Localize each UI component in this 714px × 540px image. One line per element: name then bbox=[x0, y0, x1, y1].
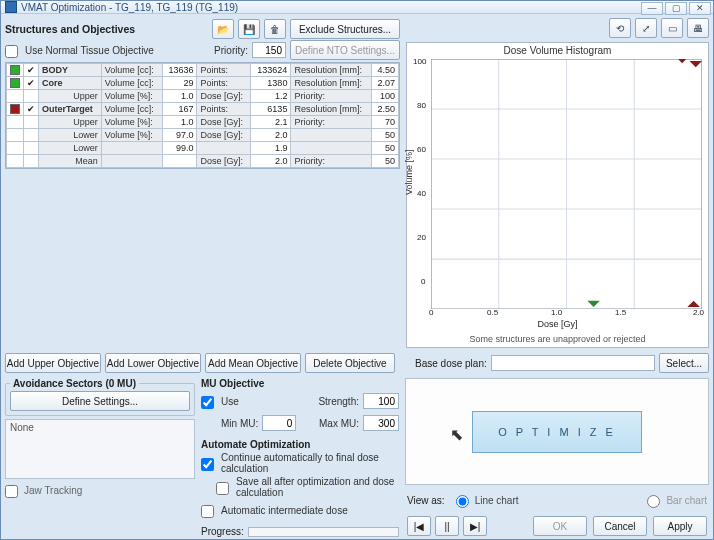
window-title: VMAT Optimization - TG_119, TG_119 (TG_1… bbox=[21, 2, 238, 13]
outer-lower-marker-2 bbox=[676, 59, 689, 63]
progress-label: Progress: bbox=[201, 526, 244, 537]
tool-window-icon[interactable]: ▭ bbox=[661, 18, 683, 38]
define-settings-button[interactable]: Define Settings... bbox=[10, 391, 190, 411]
priority-label: Priority: bbox=[214, 45, 248, 56]
auto-intermediate-checkbox[interactable] bbox=[201, 505, 214, 518]
open-icon[interactable]: 📂 bbox=[212, 19, 234, 39]
app-window: VMAT Optimization - TG_119, TG_119 (TG_1… bbox=[0, 0, 714, 540]
structures-title: Structures and Objectives bbox=[5, 23, 208, 35]
mu-max-input[interactable] bbox=[363, 415, 399, 431]
view-as-label: View as: bbox=[407, 495, 445, 506]
core-upper-marker bbox=[587, 301, 600, 307]
nto-priority-input[interactable] bbox=[252, 42, 286, 58]
close-button[interactable]: ✕ bbox=[689, 2, 711, 15]
delete-icon[interactable]: 🗑 bbox=[264, 19, 286, 39]
table-row: Lower Volume [%]:97.0 Dose [Gy]:2.0 50 bbox=[7, 129, 399, 142]
auto-save-checkbox[interactable] bbox=[216, 482, 229, 495]
chart-plot bbox=[431, 59, 702, 309]
define-nto-button[interactable]: Define NTO Settings... bbox=[290, 40, 400, 60]
exclude-structures-button[interactable]: Exclude Structures... bbox=[290, 19, 400, 39]
chart-footer: Some structures are unapproved or reject… bbox=[407, 334, 708, 344]
table-row: ✔ BODY Volume [cc]:13636 Points:133624 R… bbox=[7, 64, 399, 77]
minimize-button[interactable]: — bbox=[641, 2, 663, 15]
add-upper-button[interactable]: Add Upper Objective bbox=[5, 353, 101, 373]
table-row: Upper Volume [%]:1.0 Dose [Gy]:2.1 Prior… bbox=[7, 116, 399, 129]
window-controls: — ▢ ✕ bbox=[641, 2, 711, 15]
avoidance-title: Avoidance Sectors (0 MU) bbox=[10, 378, 139, 389]
table-row: Lower 99.0 1.9 50 bbox=[7, 142, 399, 155]
maximize-button[interactable]: ▢ bbox=[665, 2, 687, 15]
table-row: Upper Volume [%]:1.0 Dose [Gy]:1.2 Prior… bbox=[7, 90, 399, 103]
line-chart-radio[interactable] bbox=[456, 495, 469, 508]
title-bar: VMAT Optimization - TG_119, TG_119 (TG_1… bbox=[1, 1, 713, 14]
mu-strength-input[interactable] bbox=[363, 393, 399, 409]
avoidance-none: None bbox=[5, 419, 195, 479]
base-dose-input[interactable] bbox=[491, 355, 655, 371]
outer-lower-marker-1 bbox=[689, 61, 702, 67]
forward-button[interactable]: ▶| bbox=[463, 516, 487, 536]
outer-upper-marker bbox=[687, 301, 700, 307]
chart-xlabel: Dose [Gy] bbox=[407, 319, 708, 329]
base-dose-select-button[interactable]: Select... bbox=[659, 353, 709, 373]
app-icon bbox=[5, 1, 17, 13]
mu-title: MU Objective bbox=[201, 378, 399, 389]
table-row: ✔ OuterTarget Volume [cc]:167 Points:613… bbox=[7, 103, 399, 116]
chart-ylabel: Volume [%] bbox=[404, 149, 414, 195]
apply-button[interactable]: Apply bbox=[653, 516, 707, 536]
mu-min-input[interactable] bbox=[262, 415, 296, 431]
pause-button[interactable]: || bbox=[435, 516, 459, 536]
objectives-table: ✔ BODY Volume [cc]:13636 Points:133624 R… bbox=[5, 62, 400, 169]
progress-bar bbox=[248, 527, 399, 537]
cursor-icon: ⬉ bbox=[450, 425, 463, 444]
table-row: Mean Dose [Gy]:2.0 Priority:50 bbox=[7, 155, 399, 168]
jaw-tracking-checkbox[interactable] bbox=[5, 485, 18, 498]
add-lower-button[interactable]: Add Lower Objective bbox=[105, 353, 201, 373]
optimize-panel: O P T I M I Z E ⬉ bbox=[405, 378, 709, 485]
ok-button[interactable]: OK bbox=[533, 516, 587, 536]
tool-expand-icon[interactable]: ⤢ bbox=[635, 18, 657, 38]
nto-label: Use Normal Tissue Objective bbox=[25, 45, 154, 56]
optimize-button[interactable]: O P T I M I Z E bbox=[472, 411, 642, 453]
tool-print-icon[interactable]: 🖶 bbox=[687, 18, 709, 38]
cancel-button[interactable]: Cancel bbox=[593, 516, 647, 536]
nto-checkbox[interactable] bbox=[5, 45, 18, 58]
mu-use-checkbox[interactable] bbox=[201, 396, 214, 409]
base-dose-label: Base dose plan: bbox=[415, 358, 487, 369]
table-row: ✔ Core Volume [cc]:29 Points:1380 Resolu… bbox=[7, 77, 399, 90]
jaw-tracking-label: Jaw Tracking bbox=[24, 485, 82, 496]
chart-title: Dose Volume Histogram bbox=[407, 45, 708, 56]
bar-chart-radio[interactable] bbox=[647, 495, 660, 508]
avoidance-fieldset: Avoidance Sectors (0 MU) Define Settings… bbox=[5, 378, 195, 416]
rewind-button[interactable]: |◀ bbox=[407, 516, 431, 536]
auto-continue-checkbox[interactable] bbox=[201, 458, 214, 471]
dvh-chart: Dose Volume Histogram Volume [%] Dose bbox=[406, 42, 709, 348]
automate-title: Automate Optimization bbox=[201, 439, 399, 450]
save-icon[interactable]: 💾 bbox=[238, 19, 260, 39]
tool-undo-icon[interactable]: ⟲ bbox=[609, 18, 631, 38]
add-mean-button[interactable]: Add Mean Objective bbox=[205, 353, 301, 373]
delete-objective-button[interactable]: Delete Objective bbox=[305, 353, 395, 373]
